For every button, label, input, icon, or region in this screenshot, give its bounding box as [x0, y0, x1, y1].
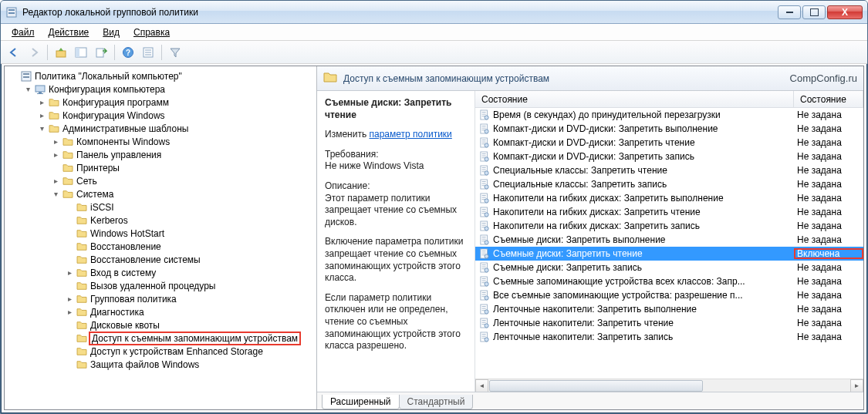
folder-icon [76, 267, 88, 279]
export-button[interactable] [93, 44, 110, 61]
tree-item[interactable]: ▸Диагностика [5, 305, 316, 318]
expand-toggle[interactable]: ▸ [37, 111, 46, 119]
close-button[interactable]: X [827, 5, 863, 19]
brand-label: CompConfig.ru [790, 72, 857, 84]
column-header-name[interactable]: Состояние [475, 91, 794, 107]
expand-toggle[interactable]: ▸ [51, 177, 60, 185]
menu-view[interactable]: Вид [96, 25, 126, 39]
policy-state: Не задана [794, 179, 863, 190]
tree-item-label: Панель управления [76, 150, 161, 160]
policy-row[interactable]: Накопители на гибких дисках: Запретить в… [475, 191, 863, 205]
menu-help[interactable]: Справка [127, 25, 176, 39]
policy-name: Компакт-диски и DVD-диски: Запретить зап… [493, 151, 694, 162]
scroll-left-button[interactable]: ◄ [475, 379, 488, 392]
policy-icon [478, 206, 491, 218]
policy-row[interactable]: Съемные запоминающие устройства всех кла… [475, 274, 863, 288]
policy-row[interactable]: Время (в секундах) до принудительной пер… [475, 108, 863, 122]
tree-item[interactable]: ▸Конфигурация Windows [5, 109, 316, 122]
tree-item[interactable]: ▸Панель управления [5, 148, 316, 161]
back-button[interactable] [5, 44, 22, 61]
policy-row[interactable]: Специальные классы: Запретить чтениеНе з… [475, 163, 863, 177]
tree-item-label: Групповая политика [90, 294, 177, 305]
svg-point-88 [485, 296, 488, 300]
properties-button[interactable] [140, 44, 157, 61]
policy-list-column: Состояние Состояние Время (в секундах) д… [475, 91, 863, 392]
policy-row[interactable]: Ленточные накопители: Запретить чтениеНе… [475, 316, 863, 330]
policy-state: Не задана [794, 137, 863, 148]
expand-toggle[interactable]: ▸ [51, 137, 60, 146]
policy-name: Съемные запоминающие устройства всех кла… [493, 276, 745, 287]
policy-row[interactable]: Съемные диски: Запретить выполнениеНе за… [475, 233, 863, 247]
policy-row[interactable]: Компакт-диски и DVD-диски: Запретить зап… [475, 150, 863, 163]
tree-item[interactable]: Принтеры [5, 161, 316, 174]
expand-toggle[interactable]: ▸ [65, 295, 74, 303]
policy-icon [478, 331, 491, 343]
expand-toggle[interactable]: ▾ [37, 124, 46, 133]
up-button[interactable] [52, 44, 69, 61]
policy-row[interactable]: Ленточные накопители: Запретить выполнен… [475, 302, 863, 316]
tree-item[interactable]: ▸Вход в систему [5, 266, 316, 279]
menu-file[interactable]: Файл [5, 25, 41, 39]
expand-toggle[interactable]: ▸ [65, 308, 74, 316]
policy-name: Накопители на гибких дисках: Запретить ч… [493, 207, 701, 217]
policy-row[interactable]: Ленточные накопители: Запретить записьНе… [475, 330, 863, 344]
edit-policy-link[interactable]: параметр политики [369, 129, 451, 140]
tree-item[interactable]: Восстановление [5, 240, 316, 253]
tree-item[interactable]: ▸Конфигурация программ [5, 96, 316, 109]
help-button[interactable]: ? [120, 44, 137, 61]
policy-state: Включена [794, 248, 863, 259]
folder-icon [76, 241, 88, 253]
tree-pane[interactable]: Политика "Локальный компьютер"▾Конфигура… [5, 66, 317, 409]
svg-rect-5 [76, 48, 79, 57]
policy-row[interactable]: Компакт-диски и DVD-диски: Запретить вып… [475, 122, 863, 136]
tree-item[interactable]: ▸Групповая политика [5, 292, 316, 305]
tree-item[interactable]: Защита файлов Windows [5, 358, 316, 371]
horizontal-scrollbar[interactable]: ◄ ► [475, 379, 863, 392]
policy-name: Время (в секундах) до принудительной пер… [493, 109, 721, 120]
tree-item[interactable]: Доступ к устройствам Enhanced Storage [5, 345, 316, 358]
policy-name: Компакт-диски и DVD-диски: Запретить вып… [493, 123, 718, 134]
tree-item[interactable]: Доступ к съемным запоминающим устройства… [5, 332, 316, 345]
tree-item[interactable]: iSCSI [5, 200, 316, 214]
tree-item[interactable]: Windows HotStart [5, 227, 316, 240]
policy-row[interactable]: Накопители на гибких дисках: Запретить з… [475, 219, 863, 233]
tab-standard[interactable]: Стандартный [399, 395, 474, 409]
tree-item[interactable]: ▾Система [5, 187, 316, 200]
menu-action[interactable]: Действие [42, 25, 96, 39]
minimize-button[interactable] [778, 5, 801, 19]
scroll-thumb[interactable] [489, 380, 703, 392]
tree-item[interactable]: Kerberos [5, 214, 316, 227]
show-tree-button[interactable] [73, 44, 90, 61]
policy-row[interactable]: Съемные диски: Запретить чтениеВключена [475, 247, 863, 261]
policy-row[interactable]: Компакт-диски и DVD-диски: Запретить чте… [475, 136, 863, 150]
tree-item-label: Вход в систему [90, 268, 156, 278]
tab-extended[interactable]: Расширенный [322, 395, 400, 409]
expand-toggle[interactable]: ▸ [65, 268, 74, 277]
forward-button[interactable] [25, 44, 42, 61]
policy-icon [478, 192, 491, 204]
tree-item[interactable]: Восстановление системы [5, 253, 316, 266]
tree-item[interactable]: Вызов удаленной процедуры [5, 279, 316, 292]
expand-toggle[interactable]: ▾ [51, 190, 60, 198]
policy-row[interactable]: Накопители на гибких дисках: Запретить ч… [475, 205, 863, 219]
tree-item[interactable]: Политика "Локальный компьютер" [5, 69, 316, 82]
policy-rows[interactable]: Время (в секундах) до принудительной пер… [475, 108, 863, 379]
tree-item[interactable]: ▸Компоненты Windows [5, 135, 316, 148]
column-header-state[interactable]: Состояние [794, 91, 863, 107]
tree-item[interactable]: ▸Сеть [5, 174, 316, 187]
tree-item[interactable]: Дисковые квоты [5, 318, 316, 332]
tree-item[interactable]: ▾Административные шаблоны [5, 122, 316, 135]
tree-item[interactable]: ▾Конфигурация компьютера [5, 82, 316, 96]
policy-row[interactable]: Специальные классы: Запретить записьНе з… [475, 177, 863, 191]
detail-body: Съемные диски: Запретить чтение Изменить… [317, 91, 863, 392]
policy-row[interactable]: Съемные диски: Запретить записьНе задана [475, 261, 863, 274]
expand-toggle[interactable]: ▸ [37, 98, 46, 106]
expand-toggle[interactable]: ▸ [51, 150, 60, 159]
filter-button[interactable] [167, 44, 184, 61]
policy-row[interactable]: Все съемные запоминающие устройства: раз… [475, 288, 863, 302]
maximize-button[interactable] [802, 5, 826, 19]
description-p2: Включение параметра политики запрещает ч… [325, 236, 467, 284]
titlebar[interactable]: Редактор локальной групповой политики X [1, 1, 867, 24]
expand-toggle[interactable]: ▾ [23, 85, 32, 93]
scroll-right-button[interactable]: ► [850, 379, 863, 392]
